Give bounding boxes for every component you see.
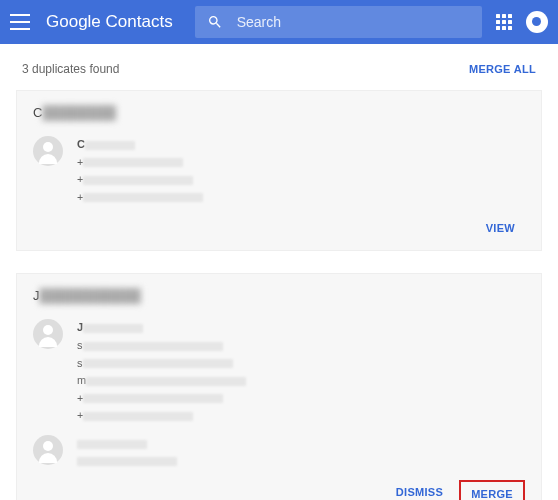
- avatar-icon: [33, 319, 63, 349]
- merge-all-button[interactable]: MERGE ALL: [469, 63, 536, 75]
- view-button[interactable]: VIEW: [476, 216, 525, 240]
- contact-row: [33, 435, 525, 470]
- card-title: C████████: [33, 105, 525, 120]
- duplicate-card: J███████████ J s s m + + DISMISS MERGE: [16, 273, 542, 500]
- menu-icon[interactable]: [10, 14, 30, 30]
- contact-row: C + + +: [33, 136, 525, 206]
- contact-details: [77, 435, 525, 470]
- duplicates-count: 3 duplicates found: [22, 62, 119, 76]
- avatar-icon: [33, 435, 63, 465]
- contact-details: J s s m + +: [77, 319, 525, 425]
- apps-icon[interactable]: [496, 14, 512, 30]
- duplicate-card: C████████ C + + + VIEW: [16, 90, 542, 251]
- avatar-icon: [33, 136, 63, 166]
- content: 3 duplicates found MERGE ALL C████████ C…: [0, 44, 558, 500]
- merge-button[interactable]: MERGE: [459, 480, 525, 500]
- search-input[interactable]: [237, 14, 470, 30]
- dismiss-button[interactable]: DISMISS: [386, 480, 453, 500]
- contact-row: J s s m + +: [33, 319, 525, 425]
- search-box[interactable]: [195, 6, 482, 38]
- app-header: Google Contacts: [0, 0, 558, 44]
- search-icon: [207, 14, 223, 30]
- contact-details: C + + +: [77, 136, 525, 206]
- app-title: Google Contacts: [46, 12, 173, 32]
- account-icon[interactable]: [526, 11, 548, 33]
- card-title: J███████████: [33, 288, 525, 303]
